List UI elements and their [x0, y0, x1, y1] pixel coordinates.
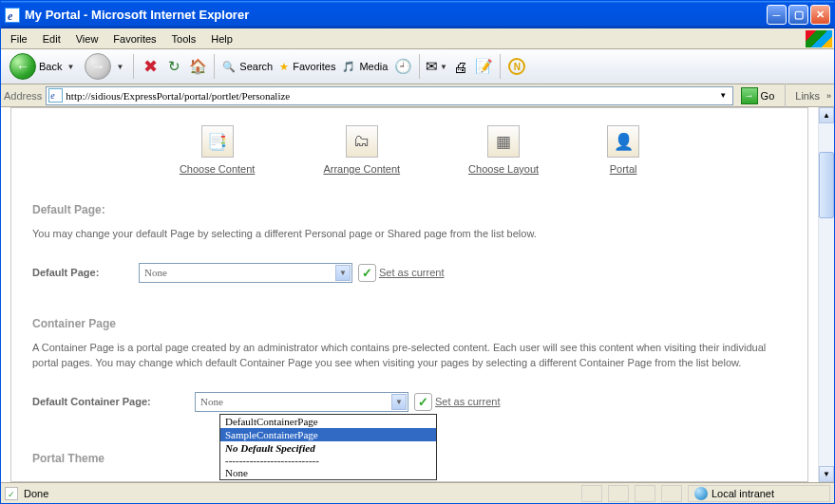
status-pane — [608, 485, 629, 502]
page-status-icon — [5, 487, 18, 500]
separator — [500, 54, 501, 79]
app-window: My Portal - Microsoft Internet Explorer … — [0, 0, 835, 504]
stop-icon: ✖ — [143, 56, 158, 77]
set-current-link[interactable]: Set as current — [435, 396, 500, 407]
nav-portal[interactable]: 👤 Portal — [607, 125, 639, 175]
container-page-heading: Container Page — [32, 317, 787, 330]
menu-help[interactable]: Help — [203, 31, 240, 47]
address-dropdown[interactable]: ▼ — [716, 91, 731, 100]
print-button[interactable]: 🖨 — [449, 56, 470, 77]
status-pane — [635, 485, 655, 502]
set-current-link[interactable]: Set as current — [379, 267, 444, 278]
nav-choose-content[interactable]: 📑 Choose Content — [180, 125, 256, 175]
search-label: Search — [239, 61, 273, 72]
history-button[interactable]: 🕘 — [392, 56, 413, 77]
windows-flag-icon — [806, 30, 832, 47]
close-button[interactable]: ✕ — [810, 5, 830, 25]
select-value: None — [144, 267, 167, 278]
dropdown-option[interactable]: None — [220, 466, 436, 479]
dropdown-option[interactable]: DefaultContainerPage — [220, 415, 436, 428]
window-title: My Portal - Microsoft Internet Explorer — [25, 8, 249, 22]
page-icon — [48, 88, 63, 103]
default-page-heading: Default Page: — [32, 203, 787, 216]
nav-choose-layout[interactable]: ▦ Choose Layout — [468, 125, 539, 175]
menubar: File Edit View Favorites Tools Help — [1, 28, 834, 49]
status-pane — [661, 485, 682, 502]
go-icon: → — [741, 87, 758, 104]
menu-view[interactable]: View — [68, 31, 106, 47]
nav-arrange-content[interactable]: 🗂 Arrange Content — [323, 125, 400, 175]
dropdown-header: No Default Specified — [220, 441, 436, 455]
container-page-select[interactable]: None ▼ — [195, 392, 408, 412]
stop-button[interactable]: ✖ — [140, 56, 161, 77]
address-input[interactable] — [66, 90, 715, 102]
status-bar: Done Local intranet — [1, 482, 834, 503]
scroll-track[interactable] — [819, 123, 834, 466]
default-page-desc: You may change your default Page by sele… — [32, 226, 787, 242]
menu-tools[interactable]: Tools — [164, 31, 204, 47]
chevron-down-icon: ▼ — [116, 63, 123, 71]
menu-favorites[interactable]: Favorites — [105, 31, 163, 47]
status-pane — [581, 485, 602, 502]
search-button[interactable]: 🔍Search — [220, 59, 275, 75]
links-label[interactable]: Links — [792, 90, 823, 102]
address-label: Address — [4, 90, 42, 102]
scroll-thumb[interactable] — [819, 152, 834, 218]
nav-label: Arrange Content — [323, 163, 400, 175]
forward-icon: → — [85, 53, 111, 80]
home-button[interactable]: 🏠 — [187, 56, 208, 77]
scroll-down-button[interactable]: ▼ — [819, 466, 834, 482]
forward-button[interactable]: → ▼ — [81, 51, 127, 82]
separator — [419, 54, 420, 79]
minimize-button[interactable]: ─ — [767, 5, 787, 25]
portal-icon: 👤 — [607, 125, 639, 158]
menu-file[interactable]: File — [3, 31, 35, 47]
chevron-down-icon: ▼ — [391, 394, 407, 410]
default-page-select[interactable]: None ▼ — [139, 263, 352, 283]
chevron-right-icon[interactable]: » — [826, 91, 831, 101]
status-text: Done — [24, 488, 48, 499]
scroll-up-button[interactable]: ▲ — [819, 107, 834, 123]
separator — [133, 54, 134, 79]
ie-icon — [5, 8, 20, 23]
search-icon: 🔍 — [222, 61, 236, 73]
history-icon: 🕘 — [394, 58, 412, 75]
address-input-wrap[interactable]: ▼ — [46, 86, 732, 105]
back-label: Back — [39, 61, 62, 72]
media-button[interactable]: 🎵Media — [340, 59, 389, 75]
content-area: 📑 Choose Content 🗂 Arrange Content ▦ Cho… — [1, 107, 834, 482]
media-icon: 🎵 — [342, 61, 355, 73]
choose-content-icon: 📑 — [201, 125, 234, 158]
select-value: None — [200, 396, 223, 407]
mail-button[interactable]: ✉▼ — [426, 56, 446, 77]
address-bar: Address ▼ → Go Links » — [1, 84, 834, 107]
go-button[interactable]: → Go — [737, 87, 779, 104]
nav-label: Choose Content — [180, 163, 256, 175]
check-icon — [358, 264, 376, 282]
container-dropdown-popup: DefaultContainerPage SampleContainerPage… — [219, 414, 437, 480]
back-button[interactable]: ← Back ▼ — [6, 51, 78, 82]
menu-edit[interactable]: Edit — [35, 31, 68, 47]
zone-label: Local intranet — [712, 488, 774, 499]
dropdown-option-selected[interactable]: SampleContainerPage — [220, 428, 436, 441]
print-icon: 🖨 — [453, 59, 467, 75]
media-label: Media — [359, 61, 388, 72]
edit-button[interactable]: 📝 — [473, 56, 494, 77]
norton-button[interactable]: N — [506, 56, 527, 77]
maximize-button[interactable]: ▢ — [788, 5, 808, 25]
titlebar: My Portal - Microsoft Internet Explorer … — [1, 1, 834, 28]
refresh-icon: ↻ — [168, 58, 180, 75]
refresh-button[interactable]: ↻ — [163, 56, 184, 77]
favorites-button[interactable]: ★Favorites — [277, 59, 337, 75]
security-zone: Local intranet — [688, 485, 830, 502]
chevron-down-icon: ▼ — [335, 265, 351, 281]
intranet-icon — [694, 487, 708, 500]
separator — [214, 54, 215, 79]
container-page-label: Default Container Page: — [32, 396, 189, 407]
nav-label: Choose Layout — [468, 163, 539, 175]
nav-label: Portal — [610, 163, 637, 175]
vertical-scrollbar[interactable]: ▲ ▼ — [818, 107, 834, 482]
chevron-down-icon: ▼ — [440, 63, 447, 71]
mail-icon: ✉ — [426, 58, 438, 75]
norton-icon: N — [508, 58, 525, 75]
